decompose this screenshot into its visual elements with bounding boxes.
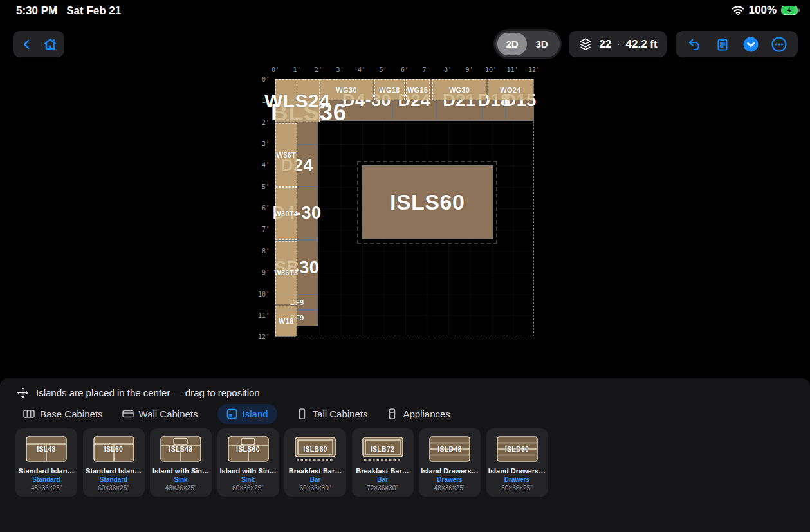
cabinet-name: Island with Sin… [217, 467, 279, 475]
ruler-v-label: 9' [262, 269, 270, 276]
tab-tall-cabinets[interactable]: Tall Cabinets [297, 408, 368, 419]
tall-cabinets-icon [297, 408, 308, 419]
wifi-icon [732, 5, 744, 15]
cabinet-code: ISLD60 [496, 434, 538, 464]
ruler-v-label: 2' [262, 118, 270, 125]
clipboard-button[interactable] [713, 35, 732, 54]
ruler-v-label: 6' [262, 205, 270, 212]
island-selection-outline[interactable] [357, 161, 497, 244]
catalog-card-isl48[interactable]: ISL48Standard Islan…Standard48×36×25" [15, 428, 77, 497]
cabinet-name: Breakfast Bar… [352, 467, 414, 475]
move-icon [17, 387, 29, 399]
cabinet-thumbnail: ISLB72 [362, 434, 404, 464]
home-button[interactable] [41, 35, 60, 54]
cabinet-thumbnail: ISLD48 [428, 434, 471, 464]
category-tabs: Base CabinetsWall CabinetsIslandTall Cab… [23, 404, 450, 424]
floor-plan[interactable]: D4-30D24D21D18D15D24D4-30SB30BF9BF9BLS36… [275, 79, 534, 336]
back-button[interactable] [17, 35, 37, 54]
cabinet-dimensions: 60×36×25" [83, 484, 145, 491]
ruler-h-label: 4' [358, 66, 365, 73]
base-cabinets-icon [23, 408, 35, 419]
ruler-v-label: 0' [262, 76, 270, 83]
cabinet-dimensions: 48×36×25" [150, 484, 212, 491]
cabinet-category: Drawers [419, 476, 481, 483]
catalog-card-islb72[interactable]: ISLB72Breakfast Bar…Bar72×36×30" [352, 428, 414, 497]
cabinet-category: Bar [284, 476, 346, 483]
catalog-card-isl60[interactable]: ISL60Standard Islan…Standard60×36×25" [83, 428, 145, 497]
cabinet-name: Standard Islan… [15, 467, 77, 475]
catalog-card-isld48[interactable]: ISLD48Island Drawers…Drawers48×36×25" [419, 428, 481, 497]
cabinet-thumbnail: ISLS60 [227, 434, 270, 464]
ruler-v-label: 12' [258, 333, 270, 340]
cabinet-thumbnail: ISL60 [93, 434, 135, 464]
cabinet-name: Island Drawers… [419, 467, 481, 475]
cabinet-name: Standard Islan… [83, 467, 145, 475]
ruler-h-label: 1' [293, 66, 300, 73]
ruler-h-label: 2' [315, 66, 322, 73]
ruler-v-label: 10' [258, 290, 270, 297]
ruler-v-label: 3' [262, 140, 270, 147]
cabinet-thumbnail: ISLB60 [294, 434, 336, 464]
ruler-h-label: 11' [506, 66, 518, 73]
catalog-card-isld60[interactable]: ISLD60Island Drawers…Drawers60×36×25" [486, 428, 548, 497]
ruler-v-label: 4' [262, 161, 270, 169]
tab-appliances[interactable]: Appliances [387, 408, 450, 419]
tab-base-cabinets[interactable]: Base Cabinets [23, 408, 103, 419]
catalog-cards: ISL48Standard Islan…Standard48×36×25"ISL… [15, 428, 548, 497]
catalog-card-isls48[interactable]: ISLS48Island with Sin…Sink48×36×25" [150, 428, 212, 497]
cabinet-name: Island Drawers… [486, 467, 548, 475]
cabinet-category: Bar [352, 476, 414, 483]
cabinet-dimensions: 60×36×25" [217, 484, 279, 491]
ruler-h-label: 8' [444, 66, 452, 73]
cabinet-category: Standard [15, 476, 77, 483]
ruler-h-label: 5' [379, 66, 387, 73]
ruler-h-label: 12' [528, 66, 540, 73]
ruler-h-label: 9' [465, 66, 473, 73]
cabinet-thumbnail: ISL48 [25, 434, 68, 464]
dot-separator: · [617, 39, 620, 49]
cabinet-code: ISLS60 [227, 434, 270, 464]
tab-island[interactable]: Island [217, 404, 277, 424]
ruler-h-label: 0' [272, 66, 279, 73]
confirm-dropdown-button[interactable] [741, 35, 760, 54]
view-2d-button[interactable]: 2D [497, 33, 527, 55]
tab-wall-cabinets[interactable]: Wall Cabinets [122, 408, 198, 419]
ruler-h-label: 7' [422, 66, 430, 73]
actions-pill [676, 31, 798, 57]
cabinet-thumbnail: ISLS48 [160, 434, 202, 464]
cabinet-category: Sink [217, 476, 279, 483]
undo-button[interactable] [685, 35, 704, 54]
catalog-card-isls60[interactable]: ISLS60Island with Sin…Sink60×36×25" [217, 428, 279, 497]
layers-icon [578, 37, 593, 52]
cabinet-dimensions: 48×36×25" [419, 484, 481, 491]
view-3d-button[interactable]: 3D [527, 33, 557, 55]
ruler-v-label: 11' [258, 311, 270, 318]
cabinet-category: Drawers [486, 476, 548, 483]
summary-pill[interactable]: 22 · 42.2 ft [569, 31, 667, 57]
cabinet-code: ISL60 [93, 434, 135, 464]
cabinet-code: ISLB72 [362, 434, 404, 464]
total-length: 42.2 ft [626, 38, 658, 51]
more-options-button[interactable] [769, 35, 789, 54]
item-count: 22 [599, 38, 611, 51]
appliances-icon [387, 408, 398, 419]
cabinet-code: ISLD48 [428, 434, 471, 464]
cabinet-code: ISLB60 [294, 434, 336, 464]
cabinet-dimensions: 48×36×25" [15, 484, 77, 491]
view-mode-toggle: 2D 3D [495, 31, 560, 57]
cabinet-code: ISL48 [25, 434, 68, 464]
placement-hint: Islands are placed in the center — drag … [36, 387, 260, 398]
cabinet-dimensions: 60×36×30" [284, 484, 346, 491]
cabinet-thumbnail: ISLD60 [496, 434, 538, 464]
island-icon [226, 408, 237, 419]
cabinet-category: Standard [83, 476, 145, 483]
clock: 5:30 PM [16, 5, 57, 17]
ruler-h-label: 6' [401, 66, 409, 73]
ruler-v-label: 5' [262, 183, 270, 190]
catalog-sheet: Islands are placed in the center — drag … [0, 378, 810, 532]
wall-cabinets-icon [122, 408, 134, 419]
cabinet-category: Sink [150, 476, 212, 483]
status-bar: 5:30 PM Sat Feb 21 100% [0, 0, 810, 19]
ruler-h-label: 10' [485, 66, 497, 73]
catalog-card-islb60[interactable]: ISLB60Breakfast Bar…Bar60×36×30" [284, 428, 346, 497]
